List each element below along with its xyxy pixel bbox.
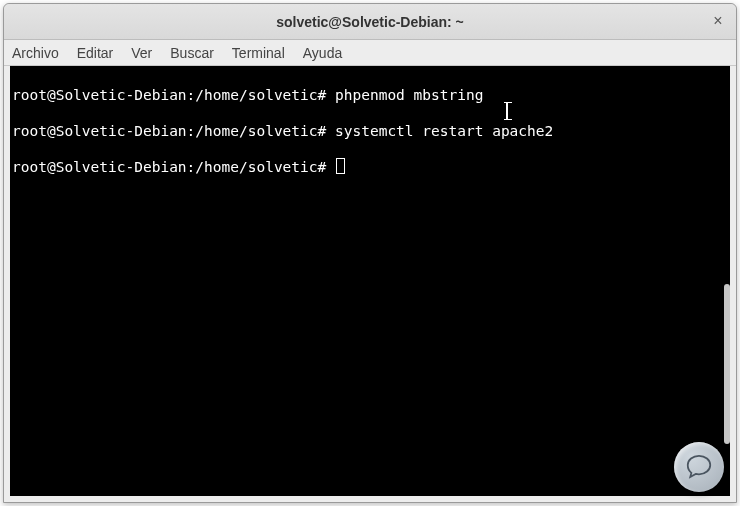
prompt: root@Solvetic-Debian:/home/solvetic# bbox=[12, 159, 326, 175]
chat-bubble-button[interactable] bbox=[674, 442, 724, 492]
close-icon[interactable]: × bbox=[708, 12, 728, 32]
speech-bubble-icon bbox=[684, 452, 714, 482]
menu-terminal[interactable]: Terminal bbox=[232, 45, 285, 61]
terminal-viewport[interactable]: root@Solvetic-Debian:/home/solvetic# php… bbox=[10, 66, 730, 496]
menu-buscar[interactable]: Buscar bbox=[170, 45, 214, 61]
menu-ver[interactable]: Ver bbox=[131, 45, 152, 61]
menu-editar[interactable]: Editar bbox=[77, 45, 114, 61]
terminal-container: root@Solvetic-Debian:/home/solvetic# php… bbox=[4, 66, 736, 502]
terminal-line: root@Solvetic-Debian:/home/solvetic# bbox=[12, 158, 730, 176]
menu-ayuda[interactable]: Ayuda bbox=[303, 45, 342, 61]
menu-archivo[interactable]: Archivo bbox=[12, 45, 59, 61]
terminal-window: solvetic@Solvetic-Debian: ~ × Archivo Ed… bbox=[3, 3, 737, 503]
terminal-line: root@Solvetic-Debian:/home/solvetic# sys… bbox=[12, 122, 730, 140]
prompt: root@Solvetic-Debian:/home/solvetic# bbox=[12, 87, 326, 103]
scrollbar-thumb[interactable] bbox=[724, 284, 730, 444]
menubar: Archivo Editar Ver Buscar Terminal Ayuda bbox=[4, 40, 736, 66]
text-cursor-ibeam-icon bbox=[506, 103, 508, 119]
command-text: systemctl restart apache2 bbox=[335, 123, 553, 139]
prompt: root@Solvetic-Debian:/home/solvetic# bbox=[12, 123, 326, 139]
terminal-line: root@Solvetic-Debian:/home/solvetic# php… bbox=[12, 86, 730, 104]
command-text: phpenmod mbstring bbox=[335, 87, 483, 103]
titlebar[interactable]: solvetic@Solvetic-Debian: ~ × bbox=[4, 4, 736, 40]
cursor-block-icon bbox=[336, 158, 345, 174]
window-title: solvetic@Solvetic-Debian: ~ bbox=[276, 14, 464, 30]
